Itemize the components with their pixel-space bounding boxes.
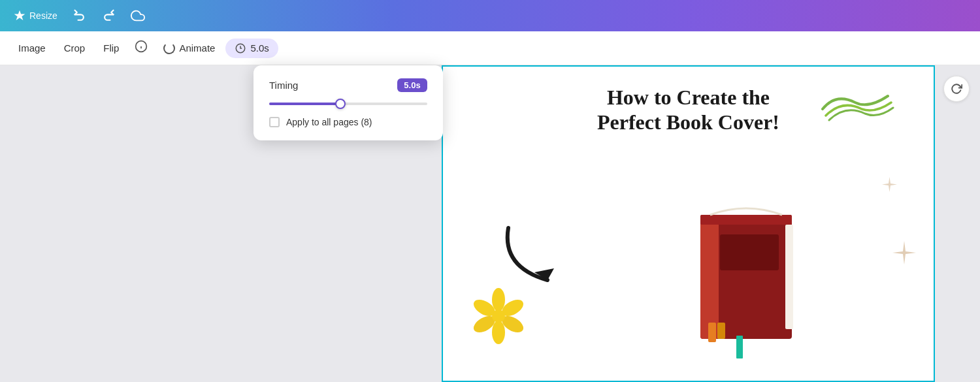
sparkle-small xyxy=(881,176,898,195)
flip-button[interactable]: Flip xyxy=(95,39,127,57)
sparkle-large xyxy=(891,240,917,268)
svg-rect-15 xyxy=(717,323,725,339)
svg-rect-14 xyxy=(708,323,716,342)
apply-all-row: Apply to all pages (8) xyxy=(269,117,427,127)
svg-point-20 xyxy=(492,321,505,344)
green-scribble-decoration xyxy=(816,86,894,128)
info-button[interactable] xyxy=(129,37,153,59)
canvas-content: How to Create the Perfect Book Cover! xyxy=(443,67,934,381)
canvas-area: Timing 5.0s Apply to all pages (8) Page … xyxy=(0,65,980,382)
timing-button[interactable]: 5.0s xyxy=(225,39,278,58)
timing-value-label: 5.0s xyxy=(250,42,269,54)
timing-header-row: Timing 5.0s xyxy=(269,78,427,92)
canvas-title-line2: Perfect Book Cover! xyxy=(558,110,819,135)
book-svg xyxy=(674,195,818,358)
reload-icon xyxy=(951,83,962,95)
timing-slider-track[interactable] xyxy=(269,103,427,105)
flower-decoration xyxy=(469,287,528,348)
undo-icon xyxy=(73,9,86,22)
svg-rect-11 xyxy=(700,215,792,225)
undo-button[interactable] xyxy=(68,7,91,25)
apply-all-checkbox[interactable] xyxy=(269,117,280,127)
apply-all-label: Apply to all pages (8) xyxy=(286,117,372,127)
clock-icon xyxy=(235,42,246,54)
svg-rect-13 xyxy=(720,234,779,270)
canvas-title: How to Create the Perfect Book Cover! xyxy=(558,85,819,135)
image-button[interactable]: Image xyxy=(10,39,54,57)
scribble-svg xyxy=(816,86,894,125)
sparkle-large-svg xyxy=(891,240,917,266)
timing-title: Timing xyxy=(269,80,298,91)
svg-point-23 xyxy=(492,310,505,323)
redo-icon xyxy=(102,9,115,22)
page-canvas: How to Create the Perfect Book Cover! xyxy=(442,65,935,382)
toolbar: Image Crop Flip Animate 5.0s xyxy=(0,31,980,65)
svg-rect-10 xyxy=(700,215,719,339)
cloud-save-button[interactable] xyxy=(125,6,150,25)
main-area: Timing 5.0s Apply to all pages (8) Page … xyxy=(0,65,980,382)
redo-button[interactable] xyxy=(97,7,120,25)
timing-popup: Timing 5.0s Apply to all pages (8) xyxy=(253,65,443,140)
resize-label: Resize xyxy=(29,10,57,21)
info-icon xyxy=(135,40,148,53)
animate-label: Animate xyxy=(179,42,215,54)
resize-button[interactable]: Resize xyxy=(8,7,63,25)
animate-button[interactable]: Animate xyxy=(155,39,223,58)
animate-icon xyxy=(163,42,175,54)
timing-value-display: 5.0s xyxy=(397,78,427,92)
sparkle-small-svg xyxy=(881,176,898,193)
svg-point-17 xyxy=(492,288,505,311)
reload-button[interactable] xyxy=(943,76,970,102)
svg-rect-16 xyxy=(736,336,743,358)
canvas-title-line1: How to Create the xyxy=(558,85,819,110)
canva-logo-icon xyxy=(13,9,26,22)
svg-rect-12 xyxy=(785,225,793,329)
timing-slider-fill xyxy=(269,103,340,105)
cloud-save-icon xyxy=(131,8,145,23)
flower-svg xyxy=(469,287,528,345)
top-bar: Resize xyxy=(0,0,980,31)
crop-button[interactable]: Crop xyxy=(56,39,93,57)
book-decoration xyxy=(674,195,818,361)
timing-slider-thumb[interactable] xyxy=(335,99,346,109)
